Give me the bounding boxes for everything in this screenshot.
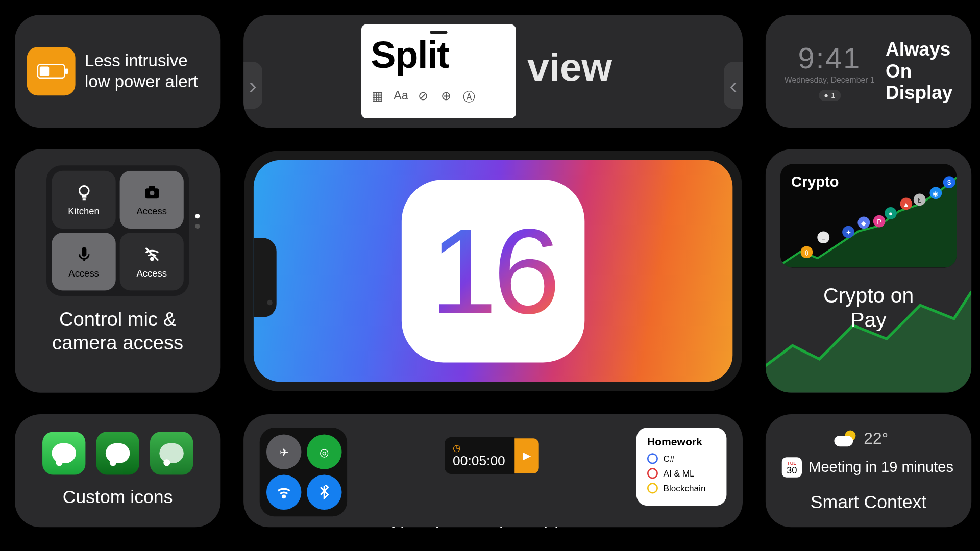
phone-frame: 16 [244, 151, 742, 391]
list-item[interactable]: C# [647, 453, 716, 464]
weather-icon [834, 431, 855, 447]
ios-phone-card: 16 [243, 149, 743, 393]
chevron-right-icon[interactable]: › [243, 62, 262, 109]
play-button[interactable]: ▶ [514, 438, 538, 473]
meeting-text: Meeting in 19 minutes [808, 459, 953, 476]
wifi-off-icon [142, 245, 161, 264]
crypto-widget: Crypto ₿ ≡ ✦ ◆ P ● ▲ Ł ◉ $ [780, 164, 957, 268]
clock-icon: ◷ [453, 442, 505, 453]
check-icon: ⊘ [416, 89, 430, 105]
svg-point-9 [283, 495, 285, 497]
coin-icon: ≡ [817, 231, 829, 243]
coin-icon: $ [943, 176, 955, 188]
ios-badge: 16 [402, 180, 584, 362]
coin-icon: P [873, 215, 886, 228]
ios-number: 16 [430, 202, 556, 341]
control-center-grid: Kitchen Access Access Access [46, 165, 189, 296]
table-icon: ▦ [371, 89, 384, 105]
custom-icons-text: Custom icons [63, 487, 173, 508]
airplane-icon[interactable]: ✈ [266, 434, 302, 469]
btc-icon: ₿ [800, 246, 813, 258]
messages-icon [42, 432, 85, 474]
aod-clock: 9:41 Wednesday, December 1 ● 1 [785, 42, 875, 101]
smart-context-text: Smart Context [782, 492, 955, 513]
wifi-icon[interactable] [266, 475, 302, 510]
aod-card[interactable]: 9:41 Wednesday, December 1 ● 1 Always On… [766, 15, 971, 128]
calendar-icon: TUE 30 [782, 457, 802, 478]
camera-icon [142, 183, 161, 202]
connectivity-widget[interactable]: ✈ ◎ [260, 428, 347, 516]
widgets-card[interactable]: ✈ ◎ ◷ 00:05:00 ▶ Homework C# AI & ML Blo [243, 414, 743, 527]
bluetooth-icon[interactable] [307, 475, 342, 510]
coin-icon: ◉ [929, 187, 942, 199]
style-icon: Ⓐ [462, 89, 475, 105]
coin-icon: ● [885, 207, 897, 219]
homework-widget[interactable]: Homework C# AI & ML Blockchain [636, 428, 727, 506]
access-text: Control mic & camera access [28, 308, 207, 355]
widgets-text: New interactive widgets [260, 523, 727, 527]
access-card[interactable]: Kitchen Access Access Access Control mic… [15, 149, 220, 393]
crypto-card[interactable]: Crypto ₿ ≡ ✦ ◆ P ● ▲ Ł ◉ $ Crypto on Pay [766, 149, 971, 393]
svg-point-2 [150, 191, 154, 195]
cellular-icon[interactable]: ◎ [307, 434, 342, 469]
low-power-text: Less intrusive low power alert [85, 51, 198, 92]
eth-icon: ◆ [857, 216, 870, 229]
kitchen-tile[interactable]: Kitchen [52, 171, 115, 229]
mic-access-tile[interactable]: Access [52, 233, 115, 290]
aod-label: Always On Display [886, 39, 952, 104]
homework-title: Homework [647, 436, 716, 448]
list-item[interactable]: Blockchain [647, 483, 716, 493]
crypto-text: Crypto on Pay [780, 284, 957, 332]
aod-badge: ● 1 [819, 90, 841, 101]
chevron-left-icon[interactable]: ‹ [724, 62, 743, 109]
low-power-card[interactable]: Less intrusive low power alert [15, 15, 220, 128]
split-pane: Split ▦ Aa ⊘ ⊕ Ⓐ [361, 24, 516, 118]
battery-icon [27, 47, 76, 95]
bulb-icon [75, 183, 93, 202]
timer-widget[interactable]: ◷ 00:05:00 ▶ [445, 437, 538, 474]
svg-point-0 [79, 186, 88, 195]
camera-access-tile[interactable]: Access [120, 171, 184, 229]
weather-row: 22° [834, 429, 955, 448]
messages-icon [96, 432, 139, 474]
messages-icon [150, 432, 193, 474]
split-view-card[interactable]: › ‹ Split ▦ Aa ⊘ ⊕ Ⓐ view [243, 15, 743, 128]
temperature: 22° [864, 429, 888, 448]
coin-icon: ✦ [842, 226, 854, 238]
smart-context-card[interactable]: 22° TUE 30 Meeting in 19 minutes Smart C… [766, 414, 971, 527]
mic-icon [75, 245, 93, 264]
plus-icon: ⊕ [439, 89, 453, 105]
text-icon: Aa [394, 89, 407, 105]
coin-icon: ▲ [900, 197, 912, 210]
coin-icon: Ł [914, 194, 926, 206]
split-word: view [527, 44, 612, 89]
aod-date: Wednesday, December 1 [785, 76, 875, 85]
aod-time: 9:41 [785, 42, 875, 76]
list-item[interactable]: AI & ML [647, 468, 716, 479]
meeting-row: TUE 30 Meeting in 19 minutes [782, 457, 955, 478]
split-title: Split [371, 36, 506, 74]
svg-rect-4 [81, 247, 86, 256]
svg-point-5 [151, 258, 153, 260]
custom-icons-card[interactable]: Custom icons [15, 414, 220, 527]
svg-rect-3 [149, 186, 155, 189]
timer-value: 00:05:00 [453, 453, 505, 468]
wifi-access-tile[interactable]: Access [120, 233, 184, 290]
